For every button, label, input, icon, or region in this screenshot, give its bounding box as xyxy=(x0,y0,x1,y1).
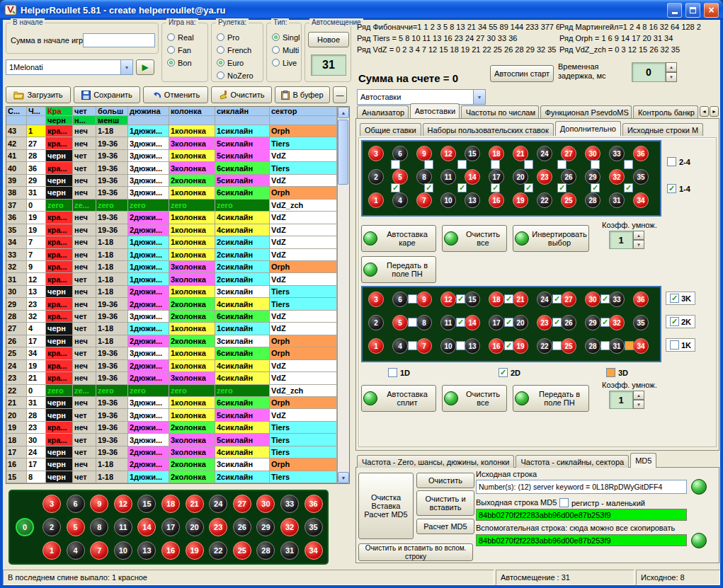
close-button[interactable]: × xyxy=(704,3,719,18)
corner-gap2-checkbox[interactable]: ✓ xyxy=(557,183,567,192)
split-number-17[interactable]: 17 xyxy=(489,315,504,330)
board-number-4[interactable]: 4 xyxy=(67,541,85,560)
radio-option-bon[interactable]: Bon xyxy=(167,57,206,68)
corner-number-34[interactable]: 34 xyxy=(633,192,649,208)
corner-gap1-checkbox[interactable] xyxy=(524,160,533,169)
corner-number-26[interactable]: 26 xyxy=(561,169,576,185)
split-checkbox[interactable] xyxy=(456,341,465,350)
md5-generate-sphere-button[interactable] xyxy=(691,479,707,495)
sub-tab-2[interactable]: Дополнительно xyxy=(555,121,621,136)
split-number-23[interactable]: 23 xyxy=(537,315,552,330)
corner-gap2-checkbox[interactable]: ✓ xyxy=(391,183,400,192)
checkbox-3K[interactable]: ✓ xyxy=(670,294,679,303)
autobet-split-button[interactable]: Автоставка сплит xyxy=(361,385,436,412)
corner-number-29[interactable]: 29 xyxy=(585,169,600,185)
split-number-22[interactable]: 22 xyxy=(537,338,552,354)
board-number-10[interactable]: 10 xyxy=(114,541,132,560)
board-number-13[interactable]: 13 xyxy=(137,541,156,560)
split-number-11[interactable]: 11 xyxy=(440,315,456,330)
split-checkbox[interactable]: ✓ xyxy=(504,294,513,304)
split-checkbox[interactable] xyxy=(408,341,417,350)
corner-gap1-checkbox[interactable] xyxy=(491,160,500,169)
board-number-29[interactable]: 29 xyxy=(256,518,275,536)
radio-option-euro[interactable]: Euro xyxy=(217,57,261,68)
clear-all-corner-button[interactable]: Очистить все xyxy=(442,225,507,252)
board-number-32[interactable]: 32 xyxy=(280,518,299,536)
board-number-16[interactable]: 16 xyxy=(161,541,180,560)
corner-number-35[interactable]: 35 xyxy=(633,169,649,185)
split-number-2[interactable]: 2 xyxy=(368,315,384,330)
board-number-17[interactable]: 17 xyxy=(161,518,180,536)
split-number-35[interactable]: 35 xyxy=(633,315,649,330)
buffer-button[interactable]: В буфер xyxy=(275,86,330,103)
transfer-pn-split-button[interactable]: Передать в поле ПН xyxy=(513,385,589,412)
split-checkbox[interactable] xyxy=(408,318,417,327)
split-number-18[interactable]: 18 xyxy=(489,292,504,307)
split-number-34[interactable]: 34 xyxy=(633,338,649,354)
corner-number-3[interactable]: 3 xyxy=(368,146,384,161)
corner-number-7[interactable]: 7 xyxy=(416,192,432,208)
radio-option-nozero[interactable]: NoZero xyxy=(217,70,261,81)
split-number-19[interactable]: 19 xyxy=(513,338,528,354)
scroll-thumb[interactable] xyxy=(338,120,348,185)
split-number-25[interactable]: 25 xyxy=(561,338,576,354)
md5-helper-sphere-button[interactable] xyxy=(691,533,707,548)
corner-number-23[interactable]: 23 xyxy=(537,169,552,185)
board-number-9[interactable]: 9 xyxy=(90,495,108,513)
main-tab-2[interactable]: Частоты по числам xyxy=(461,105,539,118)
register-checkbox[interactable]: регистр - маленький xyxy=(559,498,645,507)
board-number-27[interactable]: 27 xyxy=(233,495,251,513)
split-number-13[interactable]: 13 xyxy=(465,338,480,354)
radio-option-real[interactable]: Real xyxy=(167,32,206,42)
table-scrollbar[interactable]: ▲ ▼ xyxy=(337,107,349,483)
board-number-12[interactable]: 12 xyxy=(114,495,132,513)
corner-number-14[interactable]: 14 xyxy=(465,169,480,185)
board-number-33[interactable]: 33 xyxy=(280,495,299,513)
split-number-16[interactable]: 16 xyxy=(489,338,504,354)
corner-number-15[interactable]: 15 xyxy=(465,146,480,161)
checkbox-2K[interactable]: ✓ xyxy=(670,317,679,326)
board-number-35[interactable]: 35 xyxy=(304,518,323,536)
board-number-25[interactable]: 25 xyxy=(233,541,251,560)
board-number-6[interactable]: 6 xyxy=(67,495,85,513)
board-number-19[interactable]: 19 xyxy=(186,541,204,560)
corner-number-5[interactable]: 5 xyxy=(392,169,408,185)
board-number-34[interactable]: 34 xyxy=(304,541,323,560)
corner-number-27[interactable]: 27 xyxy=(561,146,576,161)
board-number-31[interactable]: 31 xyxy=(280,541,299,560)
corner-number-21[interactable]: 21 xyxy=(513,146,528,161)
corner-number-18[interactable]: 18 xyxy=(489,146,504,161)
spin-up-button[interactable]: ▲ xyxy=(633,231,644,240)
spin-down-button[interactable]: ▼ xyxy=(633,400,644,409)
split-checkbox[interactable] xyxy=(552,341,562,350)
corner-gap2-checkbox[interactable]: ✓ xyxy=(457,183,467,192)
corner-number-22[interactable]: 22 xyxy=(537,192,552,208)
new-button[interactable]: Новое xyxy=(308,32,349,47)
clear-paste-helper-button[interactable]: Очистить и вставить во вспом. строку xyxy=(358,543,473,561)
radio-option-pro[interactable]: Pro xyxy=(217,32,261,42)
board-number-7[interactable]: 7 xyxy=(90,541,108,560)
split-number-20[interactable]: 20 xyxy=(513,315,528,330)
split-number-15[interactable]: 15 xyxy=(465,292,480,307)
scroll-track[interactable] xyxy=(338,118,349,472)
split-number-14[interactable]: 14 xyxy=(465,315,480,330)
board-number-18[interactable]: 18 xyxy=(161,495,180,513)
board-number-23[interactable]: 23 xyxy=(209,518,227,536)
split-checkbox[interactable]: ✓ xyxy=(456,294,465,304)
corner-number-9[interactable]: 9 xyxy=(416,146,432,161)
split-number-24[interactable]: 24 xyxy=(537,292,552,307)
split-checkbox[interactable]: ✓ xyxy=(552,318,562,327)
corner-number-13[interactable]: 13 xyxy=(465,192,480,208)
scroll-up-button[interactable]: ▲ xyxy=(338,107,349,118)
split-number-12[interactable]: 12 xyxy=(440,292,456,307)
corner-number-30[interactable]: 30 xyxy=(585,146,600,161)
corner-gap2-checkbox[interactable]: ✓ xyxy=(624,183,633,192)
board-number-22[interactable]: 22 xyxy=(209,541,227,560)
split-checkbox[interactable]: ✓ xyxy=(600,318,610,327)
corner-number-32[interactable]: 32 xyxy=(609,169,625,185)
minimize-button[interactable] xyxy=(667,3,682,18)
radio-option-live[interactable]: Live xyxy=(272,57,300,68)
board-number-1[interactable]: 1 xyxy=(42,541,61,560)
split-checkbox[interactable] xyxy=(408,294,417,304)
corner-gap2-checkbox[interactable]: ✓ xyxy=(524,183,533,192)
